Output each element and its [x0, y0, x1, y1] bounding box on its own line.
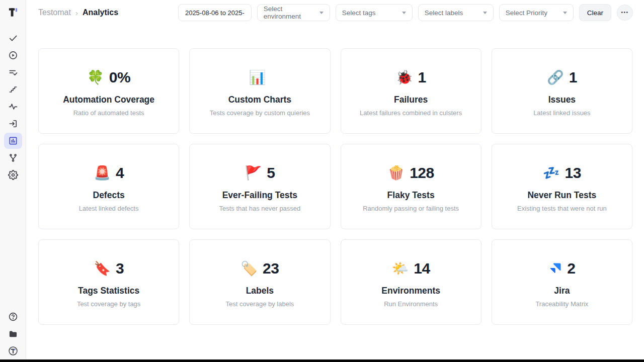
- date-range-picker[interactable]: 2025-08-06 to 2025-: [178, 4, 252, 21]
- card-never-run-tests[interactable]: 💤 13 Never Run Tests Existing tests that…: [492, 144, 632, 229]
- card-value-row: 💤 13: [492, 162, 632, 184]
- card-subtitle: Run Environments: [341, 300, 481, 308]
- card-value: 5: [267, 164, 275, 182]
- steps-icon[interactable]: [4, 81, 22, 98]
- sun-cloud-emoji: 🌤️: [392, 262, 409, 276]
- priority-select[interactable]: Select Priority: [499, 4, 574, 21]
- card-defects[interactable]: 🚨 4 Defects Latest linked defects: [38, 144, 179, 229]
- card-value: 1: [569, 69, 577, 86]
- card-title: Defects: [39, 190, 179, 201]
- breadcrumb-separator: ›: [75, 9, 78, 17]
- labels-select-placeholder: Select labels: [425, 9, 463, 17]
- labels-select[interactable]: Select labels: [418, 4, 494, 21]
- popcorn-emoji: 🍿: [387, 166, 405, 180]
- breadcrumb: Testomat › Analytics: [38, 8, 118, 17]
- card-value: 4: [116, 164, 124, 182]
- play-circle-icon[interactable]: [4, 47, 22, 63]
- card-title: Custom Charts: [190, 95, 330, 105]
- more-options-button[interactable]: •••: [617, 5, 633, 21]
- card-value-row: 2: [492, 258, 632, 279]
- breadcrumb-project[interactable]: Testomat: [38, 8, 71, 17]
- card-value: 2: [567, 260, 575, 277]
- card-value-row: 📊: [190, 67, 330, 88]
- link-emoji: 🔗: [547, 71, 564, 84]
- chevron-down-icon: [319, 12, 324, 14]
- card-title: Issues: [492, 95, 632, 105]
- card-title: Flaky Tests: [341, 190, 481, 201]
- card-labels[interactable]: 🏷️ 23 Labels Test coverage by labels: [189, 239, 330, 325]
- chevron-down-icon: [563, 12, 567, 14]
- test-list-icon[interactable]: [4, 64, 22, 80]
- card-title: Automation Coverage: [39, 95, 179, 105]
- card-value-row: 🍿 128: [341, 162, 481, 184]
- priority-select-placeholder: Select Priority: [506, 9, 547, 17]
- card-tags-statistics[interactable]: 🔖 3 Tags Statistics Test coverage by tag…: [38, 239, 179, 325]
- card-subtitle: Ratio of automated tests: [39, 109, 179, 117]
- label-tag-emoji: 🏷️: [240, 262, 258, 276]
- card-automation-coverage[interactable]: 🍀 0% Automation Coverage Ratio of automa…: [38, 48, 179, 134]
- card-value: 14: [414, 260, 430, 277]
- card-ever-failing-tests[interactable]: 🚩 5 Ever-Failing Tests Tests that has ne…: [189, 144, 330, 229]
- card-value-row: 🔖 3: [39, 258, 179, 279]
- tags-select-placeholder: Select tags: [342, 9, 376, 17]
- card-flaky-tests[interactable]: 🍿 128 Flaky Tests Randomly passing or fa…: [341, 144, 481, 229]
- card-value: 128: [410, 164, 434, 182]
- card-issues[interactable]: 🔗 1 Issues Latest linked issues: [492, 48, 632, 134]
- red-flag-emoji: 🚩: [245, 166, 262, 180]
- card-title: Labels: [190, 286, 330, 296]
- card-environments[interactable]: 🌤️ 14 Environments Run Environments: [341, 239, 481, 325]
- card-value-row: 🔗 1: [492, 67, 632, 88]
- help-icon[interactable]: [4, 309, 22, 325]
- card-subtitle: Tests that has never passed: [190, 205, 330, 212]
- analytics-icon[interactable]: [4, 133, 22, 149]
- card-subtitle: Latest linked defects: [39, 205, 179, 212]
- tags-select[interactable]: Select tags: [336, 4, 413, 21]
- card-subtitle: Traceability Matrix: [492, 300, 632, 308]
- activity-icon[interactable]: [4, 99, 22, 115]
- clear-filters-button[interactable]: Clear: [579, 4, 611, 21]
- sidebar-bottom-nav: [4, 309, 22, 360]
- page-title: Analytics: [83, 8, 118, 17]
- card-value-row: 🐞 1: [341, 67, 481, 88]
- clover-emoji: 🍀: [87, 71, 104, 84]
- card-title: Jira: [492, 286, 632, 296]
- card-value: 3: [116, 260, 124, 277]
- filter-controls: 2025-08-06 to 2025- Select environment S…: [178, 4, 633, 21]
- card-value-row: 🏷️ 23: [190, 258, 330, 279]
- card-failures[interactable]: 🐞 1 Failures Latest failures combined in…: [341, 48, 481, 134]
- card-jira[interactable]: 2 Jira Traceability Matrix: [492, 239, 632, 325]
- police-light-emoji: 🚨: [94, 166, 111, 180]
- card-title: Failures: [341, 95, 481, 105]
- import-icon[interactable]: [4, 116, 22, 132]
- card-subtitle: Tests coverage by custom quieries: [190, 109, 330, 117]
- projects-folder-icon[interactable]: [4, 326, 22, 342]
- testomat-logo-icon[interactable]: [7, 6, 20, 19]
- header: Testomat › Analytics 2025-08-06 to 2025-…: [26, 0, 644, 25]
- card-subtitle: Test coverage by tags: [39, 300, 179, 308]
- chevron-down-icon: [483, 12, 487, 14]
- environment-select[interactable]: Select environment: [257, 4, 330, 21]
- card-title: Tags Statistics: [39, 286, 179, 296]
- sidebar-nav: [4, 30, 22, 183]
- card-title: Ever-Failing Tests: [190, 190, 330, 201]
- zzz-emoji: 💤: [543, 166, 560, 180]
- bottom-bar: [0, 359, 644, 362]
- card-subtitle: Existing tests that were not run: [492, 205, 632, 212]
- lady-beetle-emoji: 🐞: [396, 71, 413, 84]
- card-subtitle: Latest linked issues: [492, 109, 632, 117]
- analytics-cards-grid: 🍀 0% Automation Coverage Ratio of automa…: [38, 48, 632, 325]
- card-subtitle: Randomly passing or failing tests: [341, 205, 481, 212]
- bookmark-emoji: 🔖: [94, 262, 111, 276]
- testomat-avatar[interactable]: [4, 343, 22, 359]
- check-icon[interactable]: [4, 30, 22, 46]
- settings-gear-icon[interactable]: [4, 167, 22, 183]
- bar-chart-emoji: 📊: [249, 71, 266, 84]
- branch-icon[interactable]: [4, 150, 22, 166]
- card-subtitle: Test coverage by labels: [190, 300, 330, 308]
- environment-select-placeholder: Select environment: [264, 5, 314, 20]
- card-title: Environments: [341, 286, 481, 296]
- jira-logo: [548, 262, 562, 276]
- card-value-row: 🚨 4: [39, 162, 179, 184]
- card-value-row: 🍀 0%: [39, 67, 179, 88]
- card-custom-charts[interactable]: 📊 Custom Charts Tests coverage by custom…: [189, 48, 330, 134]
